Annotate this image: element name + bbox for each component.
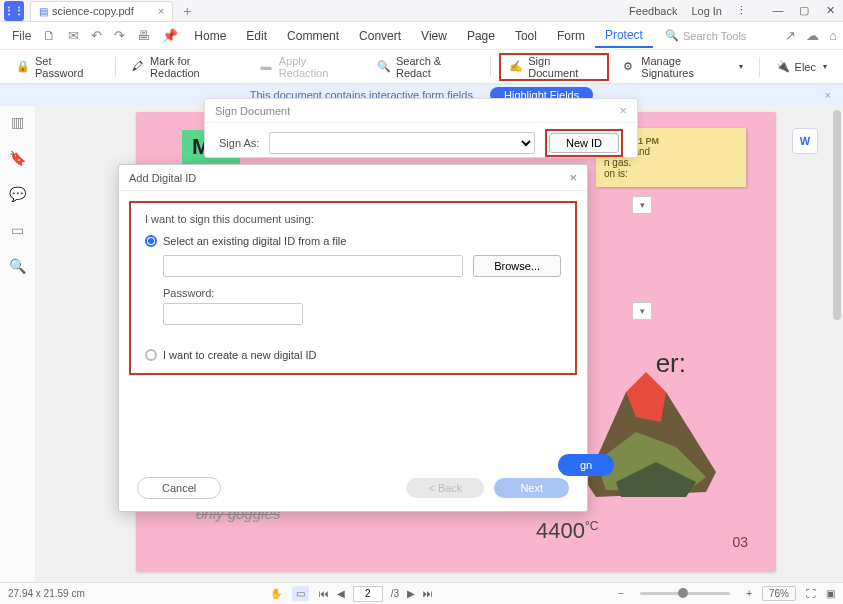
fullscreen-icon[interactable]: ▣ bbox=[826, 588, 835, 599]
menu-view[interactable]: View bbox=[411, 29, 457, 43]
next-page-icon[interactable]: ▶ bbox=[407, 588, 415, 599]
comments-icon[interactable]: 💬 bbox=[9, 186, 26, 202]
option-new-id[interactable]: I want to create a new digital ID bbox=[145, 349, 561, 361]
zoom-in-icon[interactable]: + bbox=[746, 588, 752, 599]
new-tab-button[interactable]: + bbox=[183, 3, 191, 19]
radio-selected-icon[interactable] bbox=[145, 235, 157, 247]
mail-icon[interactable]: ✉ bbox=[62, 28, 85, 43]
fields-icon[interactable]: ▭ bbox=[11, 222, 24, 238]
marker-icon bbox=[132, 60, 145, 74]
bookmarks-icon[interactable]: 🔖 bbox=[9, 150, 26, 166]
menu-bar: File 🗋 ✉ ↶ ↷ 🖶 📌 Home Edit Comment Conve… bbox=[0, 22, 843, 50]
lock-icon bbox=[16, 60, 30, 74]
menu-home[interactable]: Home bbox=[184, 29, 236, 43]
redo-icon[interactable]: ↷ bbox=[108, 28, 131, 43]
sign-as-select[interactable] bbox=[269, 132, 535, 154]
last-page-icon[interactable]: ⏭ bbox=[423, 588, 433, 599]
zoom-out-icon[interactable]: − bbox=[618, 588, 624, 599]
file-menu[interactable]: File bbox=[6, 29, 37, 43]
page-total: /3 bbox=[391, 588, 399, 599]
document-tab[interactable]: ▤ science-copy.pdf × bbox=[30, 1, 173, 21]
chevron-down-icon: ▾ bbox=[823, 62, 827, 71]
status-bar: 27.94 x 21.59 cm ✋ ▭ ⏮ ◀ /3 ▶ ⏭ − + 76% … bbox=[0, 582, 843, 604]
cloud-icon[interactable]: ☁ bbox=[806, 28, 819, 43]
next-button[interactable]: Next bbox=[494, 478, 569, 498]
option-new-label: I want to create a new digital ID bbox=[163, 349, 316, 361]
hand-tool-icon[interactable]: ✋ bbox=[270, 588, 282, 599]
password-input[interactable] bbox=[163, 303, 303, 325]
separator bbox=[115, 57, 116, 77]
kebab-menu-icon[interactable]: ⋮ bbox=[736, 4, 747, 17]
undo-icon[interactable]: ↶ bbox=[85, 28, 108, 43]
form-dropdown[interactable]: ▾ bbox=[632, 302, 652, 320]
browse-button[interactable]: Browse... bbox=[473, 255, 561, 277]
menu-form[interactable]: Form bbox=[547, 29, 595, 43]
first-page-icon[interactable]: ⏮ bbox=[319, 588, 329, 599]
thumbnails-icon[interactable]: ▥ bbox=[11, 114, 24, 130]
separator bbox=[759, 57, 760, 77]
dialog-footer: Cancel < Back Next bbox=[119, 477, 587, 499]
page-number-input[interactable] bbox=[353, 586, 383, 602]
sign-button-peek[interactable]: gn bbox=[558, 454, 614, 476]
apply-redaction-icon: ▬ bbox=[260, 60, 273, 74]
add-digital-id-dialog: Add Digital ID × I want to sign this doc… bbox=[118, 164, 588, 512]
feedback-link[interactable]: Feedback bbox=[629, 5, 677, 17]
search-icon: 🔍 bbox=[665, 29, 679, 42]
vertical-scrollbar[interactable] bbox=[833, 110, 841, 320]
menu-comment[interactable]: Comment bbox=[277, 29, 349, 43]
pdf-icon: ▤ bbox=[39, 6, 48, 17]
pin-icon[interactable]: 📌 bbox=[156, 28, 184, 43]
menu-page[interactable]: Page bbox=[457, 29, 505, 43]
option-existing-id[interactable]: Select an existing digital ID from a fil… bbox=[145, 235, 561, 247]
id-file-path-input[interactable] bbox=[163, 255, 463, 277]
zoom-value[interactable]: 76% bbox=[762, 586, 796, 601]
select-tool-icon[interactable]: ▭ bbox=[292, 586, 309, 601]
mark-redaction-button[interactable]: Mark for Redaction bbox=[124, 54, 247, 80]
save-icon[interactable]: 🗋 bbox=[37, 28, 62, 43]
radio-unselected-icon[interactable] bbox=[145, 349, 157, 361]
dialog-title: Add Digital ID bbox=[129, 172, 196, 184]
dialog-header: Sign Document × bbox=[205, 99, 637, 123]
tab-label: science-copy.pdf bbox=[52, 5, 134, 17]
maximize-button[interactable]: ▢ bbox=[795, 4, 813, 17]
menu-tool[interactable]: Tool bbox=[505, 29, 547, 43]
fit-page-icon[interactable]: ⛶ bbox=[806, 588, 816, 599]
sign-as-label: Sign As: bbox=[219, 137, 259, 149]
tab-close-icon[interactable]: × bbox=[158, 5, 164, 17]
volcano-illustration bbox=[566, 362, 726, 502]
minimize-button[interactable]: — bbox=[769, 4, 787, 17]
chevron-down-icon: ▾ bbox=[739, 62, 743, 71]
menu-protect[interactable]: Protect bbox=[595, 28, 653, 48]
dialog-header: Add Digital ID × bbox=[119, 165, 587, 191]
search-tools[interactable]: 🔍Search Tools bbox=[665, 29, 746, 42]
menu-edit[interactable]: Edit bbox=[236, 29, 277, 43]
manage-signatures-button[interactable]: Manage Signatures▾ bbox=[615, 54, 751, 80]
zoom-slider[interactable] bbox=[640, 592, 730, 595]
elec-icon bbox=[776, 60, 790, 74]
prev-page-icon[interactable]: ◀ bbox=[337, 588, 345, 599]
close-window-button[interactable]: ✕ bbox=[821, 4, 839, 17]
login-link[interactable]: Log In bbox=[691, 5, 722, 17]
dialog-title: Sign Document bbox=[215, 105, 290, 117]
close-infobar-icon[interactable]: × bbox=[825, 89, 831, 101]
print-icon[interactable]: 🖶 bbox=[131, 28, 156, 43]
set-password-button[interactable]: Set Password bbox=[8, 54, 107, 80]
search-redact-button[interactable]: Search & Redact bbox=[369, 54, 482, 80]
help-icon[interactable]: ⌂ bbox=[829, 28, 837, 43]
apply-redaction-button[interactable]: ▬Apply Redaction bbox=[252, 54, 362, 80]
new-id-button[interactable]: New ID bbox=[549, 133, 619, 153]
menu-convert[interactable]: Convert bbox=[349, 29, 411, 43]
sign-document-button[interactable]: Sign Document bbox=[499, 53, 609, 81]
option-existing-label: Select an existing digital ID from a fil… bbox=[163, 235, 346, 247]
close-dialog-icon[interactable]: × bbox=[569, 170, 577, 185]
form-dropdown[interactable]: ▾ bbox=[632, 196, 652, 214]
left-sidebar: ▥ 🔖 💬 ▭ 🔍 bbox=[0, 106, 36, 582]
search-panel-icon[interactable]: 🔍 bbox=[9, 258, 26, 274]
cancel-button[interactable]: Cancel bbox=[137, 477, 221, 499]
word-export-icon[interactable]: W bbox=[792, 128, 818, 154]
prompt-text: I want to sign this document using: bbox=[145, 213, 561, 225]
page-nav: ⏮ ◀ /3 ▶ ⏭ bbox=[319, 586, 433, 602]
close-dialog-icon[interactable]: × bbox=[619, 103, 627, 118]
share-icon[interactable]: ↗ bbox=[785, 28, 796, 43]
elec-button[interactable]: Elec▾ bbox=[768, 54, 835, 80]
